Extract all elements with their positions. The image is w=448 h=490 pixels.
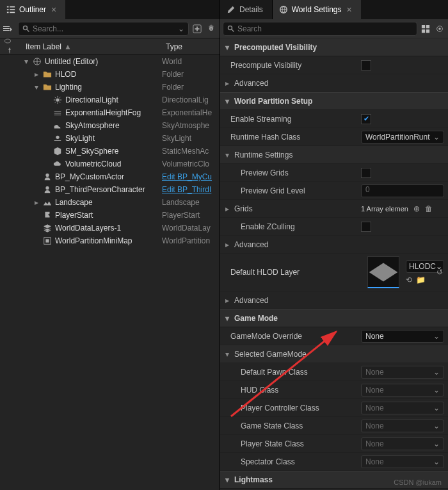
column-label[interactable]: Item Label ▲ bbox=[22, 42, 162, 51]
hud-class-dropdown[interactable]: None⌄ bbox=[361, 384, 444, 396]
section-game-mode[interactable]: ▾ Game Mode bbox=[220, 309, 448, 327]
clear-array-icon[interactable]: 🗑 bbox=[425, 204, 433, 213]
world-settings-search-input[interactable] bbox=[237, 24, 413, 33]
prop-runtime-settings[interactable]: ▾ Runtime Settings bbox=[220, 146, 448, 164]
hlod-thumbnail[interactable] bbox=[367, 256, 399, 288]
tab-outliner[interactable]: Outliner × bbox=[0, 0, 65, 19]
watermark: CSDN @iukam bbox=[394, 478, 442, 486]
tree-arrow-icon[interactable]: ▸ bbox=[33, 70, 40, 79]
collapse-icon[interactable]: ▾ bbox=[224, 151, 230, 159]
world-icon bbox=[32, 56, 42, 67]
chevron-down-icon: ⌄ bbox=[433, 386, 440, 395]
tab-world-settings[interactable]: World Settings × bbox=[273, 0, 361, 19]
expand-icon[interactable]: ▸ bbox=[224, 240, 230, 249]
gear-icon bbox=[435, 24, 444, 33]
mesh-icon bbox=[52, 146, 63, 156]
tree-arrow-icon[interactable]: ▸ bbox=[33, 198, 40, 207]
row-label: VolumetricCloud bbox=[65, 159, 121, 168]
enable-zculling-checkbox[interactable] bbox=[361, 222, 371, 232]
default-pawn-dropdown[interactable]: None⌄ bbox=[361, 366, 444, 379]
row-label: BP_MyCustomActor bbox=[55, 172, 124, 181]
outliner-search-input[interactable] bbox=[33, 24, 175, 33]
game-state-dropdown[interactable]: None⌄ bbox=[361, 420, 444, 432]
close-icon[interactable]: × bbox=[347, 4, 352, 15]
runtime-hash-dropdown[interactable]: WorldPartitionRunt⌄ bbox=[361, 131, 444, 143]
reset-icon[interactable]: ↺ bbox=[436, 268, 443, 277]
expand-icon[interactable]: ▸ bbox=[224, 79, 230, 88]
add-array-icon[interactable]: ⊕ bbox=[413, 204, 420, 213]
outliner-row[interactable]: WorldPartitionMiniMap WorldPartition bbox=[0, 234, 220, 247]
player-controller-dropdown[interactable]: None⌄ bbox=[361, 402, 444, 414]
outliner-row[interactable]: ▾ Lighting Folder bbox=[0, 81, 220, 94]
bp-icon bbox=[42, 184, 52, 195]
chevron-down-icon: ⌄ bbox=[433, 404, 440, 412]
outliner-row[interactable]: SkyAtmosphere SkyAtmosphe bbox=[0, 119, 220, 132]
outliner-row[interactable]: WorldDataLayers-1 WorldDataLay bbox=[0, 222, 220, 234]
light-icon bbox=[52, 95, 63, 105]
outliner-row[interactable]: BP_ThirdPersonCharacter Edit BP_ThirdI bbox=[0, 183, 220, 196]
tree-arrow-icon[interactable]: ▾ bbox=[33, 83, 40, 92]
use-selected-icon[interactable]: ⟲ bbox=[406, 275, 412, 284]
preview-grid-level-input[interactable]: 0 bbox=[361, 184, 444, 197]
filter-dropdown[interactable] bbox=[3, 24, 15, 34]
browse-icon[interactable]: 📁 bbox=[416, 275, 426, 284]
collapse-icon[interactable]: ▾ bbox=[224, 43, 230, 52]
prop-player-controller-class: Player Controller Class None⌄ bbox=[220, 399, 448, 417]
outliner-search[interactable]: ⌄ bbox=[18, 22, 189, 36]
close-icon[interactable]: × bbox=[51, 4, 56, 15]
svg-point-8 bbox=[45, 186, 49, 190]
prop-selected-gamemode[interactable]: ▾ Selected GameMode bbox=[220, 345, 448, 363]
outliner-row[interactable]: SM_SkySphere StaticMeshAc bbox=[0, 145, 220, 158]
row-label: WorldDataLayers-1 bbox=[55, 224, 121, 233]
outliner-row[interactable]: ▸ HLOD Folder bbox=[0, 68, 220, 81]
section-precomputed-visibility[interactable]: ▾ Precomputed Visibility bbox=[220, 38, 448, 56]
world-settings-search[interactable] bbox=[223, 22, 417, 36]
settings-button[interactable] bbox=[205, 23, 217, 35]
row-label: PlayerStart bbox=[55, 211, 93, 220]
player-state-dropdown[interactable]: None⌄ bbox=[361, 437, 444, 450]
outliner-row[interactable]: ▸ Landscape Landscape bbox=[0, 196, 220, 209]
collapse-icon[interactable]: ▾ bbox=[224, 97, 230, 106]
svg-rect-10 bbox=[45, 239, 49, 242]
tab-details[interactable]: Details bbox=[220, 0, 273, 19]
outliner-row[interactable]: VolumetricCloud VolumetricClo bbox=[0, 158, 220, 170]
prop-advanced[interactable]: ▸ Advanced bbox=[220, 236, 448, 254]
chevron-down-icon: ⌄ bbox=[433, 332, 440, 341]
search-chevron-icon[interactable]: ⌄ bbox=[178, 24, 184, 33]
add-button[interactable] bbox=[191, 23, 203, 35]
precompute-visibility-checkbox[interactable] bbox=[361, 60, 371, 70]
outliner-row[interactable]: BP_MyCustomActor Edit BP_MyCu bbox=[0, 170, 220, 183]
chevron-down-icon: ⌄ bbox=[433, 368, 440, 377]
tree-arrow-icon[interactable]: ▾ bbox=[23, 57, 29, 66]
row-type: SkyAtmosphe bbox=[162, 121, 220, 130]
properties-body[interactable]: ▾ Precomputed Visibility Precompute Visi… bbox=[220, 38, 448, 490]
collapse-icon[interactable]: ▾ bbox=[224, 475, 230, 484]
preview-grids-checkbox[interactable] bbox=[361, 168, 371, 178]
outliner-row[interactable]: ▾ Untitled (Editor) World bbox=[0, 55, 220, 68]
gamemode-override-dropdown[interactable]: None⌄ bbox=[361, 330, 444, 343]
column-pin[interactable] bbox=[0, 37, 22, 56]
collapse-icon[interactable]: ▾ bbox=[224, 350, 230, 359]
outliner-row[interactable]: DirectionalLight DirectionalLig bbox=[0, 94, 220, 106]
folder-icon bbox=[42, 69, 52, 79]
enable-streaming-checkbox[interactable]: ✔ bbox=[361, 114, 371, 124]
expand-icon[interactable]: ▸ bbox=[224, 296, 230, 305]
collapse-icon[interactable]: ▾ bbox=[224, 314, 230, 323]
expand-icon[interactable]: ▸ bbox=[224, 204, 230, 213]
outliner-row[interactable]: SkyLight SkyLight bbox=[0, 132, 220, 145]
column-type[interactable]: Type bbox=[162, 42, 220, 51]
outliner-row[interactable]: PlayerStart PlayerStart bbox=[0, 209, 220, 222]
edit-blueprint-link[interactable]: Edit BP_ThirdI bbox=[162, 185, 211, 194]
chevron-down-icon: ⌄ bbox=[433, 421, 440, 430]
row-label: BP_ThirdPersonCharacter bbox=[55, 185, 145, 194]
grid-view-button[interactable] bbox=[420, 23, 431, 35]
row-type: Folder bbox=[162, 83, 220, 92]
prop-advanced[interactable]: ▸ Advanced bbox=[220, 74, 448, 92]
edit-blueprint-link[interactable]: Edit BP_MyCu bbox=[162, 172, 212, 181]
section-world-partition[interactable]: ▾ World Partition Setup bbox=[220, 92, 448, 110]
outliner-row[interactable]: ExponentialHeightFog ExponentialHe bbox=[0, 106, 220, 119]
settings-button[interactable] bbox=[434, 23, 445, 35]
prop-advanced[interactable]: ▸ Advanced bbox=[220, 291, 448, 309]
spectator-dropdown[interactable]: None⌄ bbox=[361, 455, 444, 468]
prop-default-pawn-class: Default Pawn Class None⌄ bbox=[220, 363, 448, 381]
